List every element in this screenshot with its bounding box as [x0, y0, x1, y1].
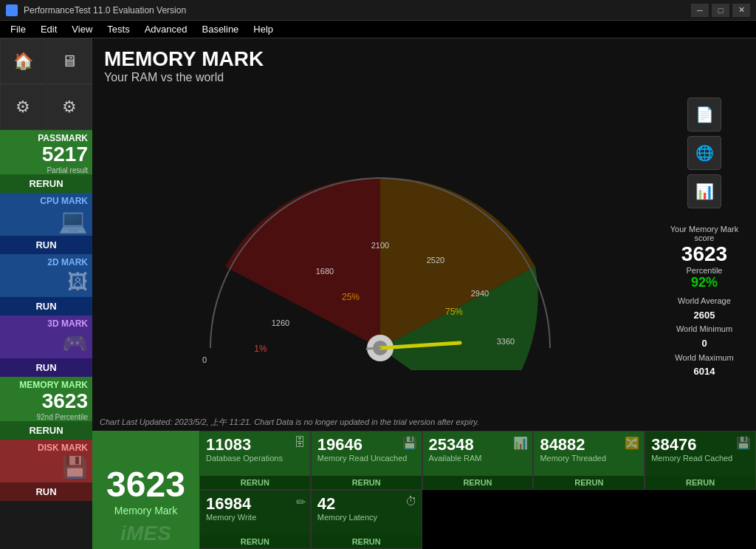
db-ops-name: Database Operations — [206, 454, 304, 476]
save-report-btn[interactable]: 📄 — [687, 98, 721, 132]
metric-mem-write: ✏ 16984 Memory Write RERUN — [199, 490, 311, 549]
mem-write-rerun[interactable]: RERUN — [200, 535, 310, 548]
home-icon-btn[interactable]: 🏠 — [0, 38, 46, 84]
sidebar-3dmark: 3D MARK 🎮 RUN — [0, 316, 92, 377]
world-min-value: 0 — [675, 336, 733, 352]
disk-run-btn[interactable]: RUN — [0, 482, 92, 501]
mem-read-cached-value: 38476 — [651, 436, 749, 454]
passmark-rerun-btn[interactable]: RERUN — [0, 174, 92, 193]
menu-file[interactable]: File — [3, 22, 33, 36]
menu-view[interactable]: View — [64, 22, 100, 36]
chart-note: Chart Last Updated: 2023/5/2, 上午 11:21. … — [92, 414, 756, 431]
percentile-value: 92% — [664, 275, 744, 290]
mem-threaded-name: Memory Threaded — [540, 454, 638, 476]
twod-icon: 🖼 — [67, 270, 88, 294]
gauge-container: 0 420 840 1260 1680 2100 2520 2940 — [100, 90, 660, 414]
content-header: MEMORY MARK Your RAM vs the world — [92, 38, 756, 90]
menu-bar: File Edit View Tests Advanced Baseline H… — [0, 21, 756, 38]
menu-baseline[interactable]: Baseline — [194, 22, 246, 36]
cpu-run-btn[interactable]: RUN — [0, 236, 92, 254]
db-ops-value: 11083 — [206, 436, 304, 454]
mem-write-name: Memory Write — [206, 513, 304, 535]
mem-threaded-rerun[interactable]: RERUN — [534, 476, 644, 489]
svg-text:1%: 1% — [254, 344, 267, 354]
mem-latency-rerun[interactable]: RERUN — [312, 535, 422, 548]
score-label: Your Memory Mark score — [664, 225, 744, 242]
page-subtitle: Your RAM vs the world — [104, 71, 744, 84]
write-icon: ✏ — [296, 495, 306, 509]
metric-mem-threaded: 🔀 84882 Memory Threaded RERUN — [533, 431, 645, 490]
disk-label: DISK MARK — [0, 440, 92, 453]
mem-read-cached-name: Memory Read Cached — [651, 454, 749, 476]
thread-icon: 🔀 — [625, 436, 639, 450]
threed-label: 3D MARK — [0, 316, 92, 329]
metric-mem-latency: ⏱ 42 Memory Latency RERUN — [311, 490, 422, 549]
world-stats: World Average 2605 World Minimum 0 World… — [675, 295, 733, 380]
svg-text:2100: 2100 — [371, 241, 388, 250]
svg-text:0: 0 — [202, 355, 206, 364]
mem-threaded-value: 84882 — [540, 436, 638, 454]
svg-text:75%: 75% — [444, 307, 462, 317]
watermark-text: iMES — [120, 522, 171, 545]
sidebar-memory: MEMORY MARK 3623 92nd Percentile RERUN — [0, 377, 92, 440]
menu-advanced[interactable]: Advanced — [137, 22, 195, 36]
svg-text:2940: 2940 — [470, 289, 488, 298]
db-ops-rerun[interactable]: RERUN — [200, 476, 310, 489]
mem-read-uncached-rerun[interactable]: RERUN — [312, 476, 422, 489]
ram-avail-icon: 📊 — [513, 436, 528, 450]
svg-text:1680: 1680 — [315, 267, 333, 276]
content-area: MEMORY MARK Your RAM vs the world — [92, 38, 756, 549]
maximize-button[interactable]: □ — [712, 4, 729, 17]
sidebar-disk: DISK MARK 💾 RUN — [0, 440, 92, 501]
gear2-icon-btn[interactable]: ⚙ — [47, 84, 92, 130]
gauge-svg: 0 420 840 1260 1680 2100 2520 2940 — [166, 134, 594, 370]
metric-mem-read-uncached: 💾 19646 Memory Read Uncached RERUN — [311, 431, 422, 490]
main-score-value: 3623 — [106, 464, 185, 505]
memory-label: MEMORY MARK — [0, 377, 92, 390]
avail-ram-name: Available RAM — [429, 454, 527, 476]
window-controls: ─ □ ✕ — [691, 4, 750, 17]
minimize-button[interactable]: ─ — [691, 4, 709, 17]
menu-tests[interactable]: Tests — [100, 22, 137, 36]
monitor-icon-btn[interactable]: 🖥 — [47, 38, 92, 84]
main-layout: 🏠 🖥 ⚙ ⚙ PASSMARK 5217 Partial result RER… — [0, 38, 756, 549]
menu-help[interactable]: Help — [246, 22, 281, 36]
svg-text:25%: 25% — [341, 292, 359, 302]
settings-icon-btn[interactable]: ⚙ — [0, 84, 46, 130]
disk-icon: 💾 — [62, 455, 88, 480]
memory-rerun-btn[interactable]: RERUN — [0, 421, 92, 440]
score-display: 3623 — [664, 242, 744, 266]
main-score-card: 3623 Memory Mark iMES — [92, 431, 199, 549]
sidebar-2dmark: 2D MARK 🖼 RUN — [0, 254, 92, 316]
metric-mem-read-cached: 💾 38476 Memory Read Cached RERUN — [645, 431, 756, 490]
twod-run-btn[interactable]: RUN — [0, 297, 92, 316]
title-bar: PerformanceTest 11.0 Evaluation Version … — [0, 0, 756, 21]
title-bar-text: PerformanceTest 11.0 Evaluation Version — [24, 5, 685, 16]
mem-read-uncached-name: Memory Read Uncached — [317, 454, 416, 476]
metric-db-ops: 🗄 11083 Database Operations RERUN — [199, 431, 311, 490]
svg-text:1260: 1260 — [271, 318, 289, 327]
chart-btn[interactable]: 📊 — [687, 174, 721, 208]
mem-latency-value: 42 — [317, 495, 416, 513]
mem-latency-name: Memory Latency — [317, 513, 416, 535]
close-button[interactable]: ✕ — [732, 4, 750, 17]
mem-read-cached-rerun[interactable]: RERUN — [645, 476, 755, 489]
mem-write-value: 16984 — [206, 495, 304, 513]
memory-value: 3623 — [0, 390, 92, 413]
app-icon — [6, 4, 18, 16]
world-compare-btn[interactable]: 🌐 — [687, 136, 721, 170]
passmark-value: 5217 — [0, 143, 92, 166]
metrics-grid: 🗄 11083 Database Operations RERUN 💾 1964… — [199, 431, 756, 549]
gauge-area: 0 420 840 1260 1680 2100 2520 2940 — [92, 90, 756, 414]
passmark-sub: Partial result — [0, 166, 92, 174]
cache-icon: 💾 — [736, 436, 751, 450]
score-section: Your Memory Mark score 3623 Percentile 9… — [660, 225, 749, 290]
sidebar-passmark: PASSMARK 5217 Partial result RERUN — [0, 130, 92, 193]
menu-edit[interactable]: Edit — [33, 22, 64, 36]
world-max-label: World Maximum — [675, 352, 733, 365]
memory-sub: 92nd Percentile — [0, 413, 92, 421]
metric-avail-ram: 📊 25348 Available RAM RERUN — [422, 431, 534, 490]
avail-ram-rerun[interactable]: RERUN — [423, 476, 533, 489]
threed-run-btn[interactable]: RUN — [0, 358, 92, 377]
percentile-label: Percentile — [664, 266, 744, 275]
